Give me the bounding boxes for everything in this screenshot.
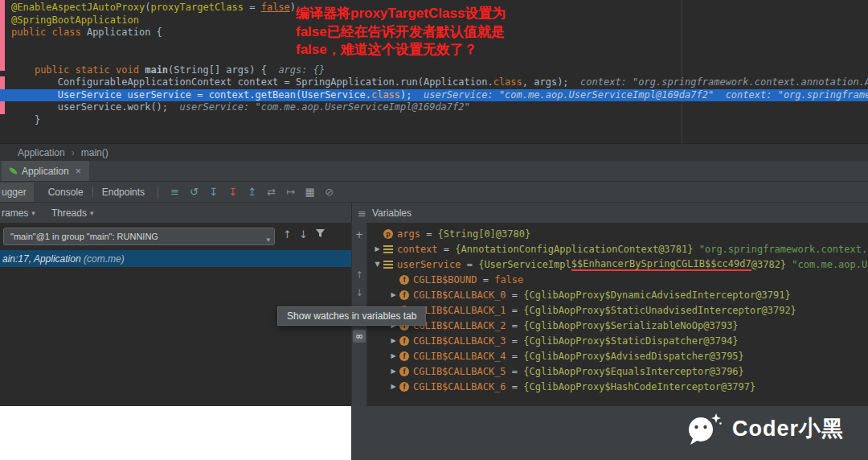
add-watch-icon[interactable]: + [353,228,366,241]
variable-value: = [506,366,524,377]
run-to-cursor-icon[interactable]: ↦ [282,186,299,198]
variable-value: {CglibAopProxy$HashCodeInterceptor@3797} [523,381,755,392]
tab-application[interactable]: Application × [2,161,89,181]
tab-divider [92,187,93,197]
variable-row[interactable]: fCGLIB$BOUND = false [368,272,868,287]
variable-name: CGLIB$CALLBACK_6 [413,381,506,392]
tab-label: Application [22,166,69,177]
menu-icon[interactable]: ≡ [358,207,366,220]
field-icon: f [399,382,409,392]
toolwindow-tab[interactable]: Console [43,187,88,198]
breadcrumb: Application›main() [0,143,868,161]
variable-row[interactable]: ▶context = {AnnotationConfigApplicationC… [368,241,868,257]
variable-value: = [506,320,524,331]
ide-window: @EnableAspectJAutoProxy(proxyTargetClass… [0,0,868,460]
toolbar-separator [158,186,158,199]
watermark-area: Coder小黑 [351,406,868,460]
toolwindow-tab[interactable]: Endpoints [97,187,149,198]
breadcrumb-item[interactable]: Application [18,147,65,158]
variable-name: args [397,228,420,240]
variable-name: CGLIB$CALLBACK_0 [413,290,506,301]
variable-row[interactable]: ▼userService = {UserServiceImpl$$Enhance… [368,257,868,272]
field-icon: f [399,336,409,346]
layout-menu-icon[interactable]: ≡ [166,186,183,198]
variable-row[interactable]: ▶fCGLIB$CALLBACK_3 = {CglibAopProxy$Stat… [368,333,868,348]
previous-frame-icon[interactable]: ↑ [283,228,292,240]
thread-selector-value: "main"@1 in group "main": RUNNING [10,232,158,241]
footer: Coder小黑 [0,406,868,460]
show-execution-point-icon[interactable]: ↺ [186,186,203,198]
expand-arrow-icon[interactable]: ▶ [387,368,399,375]
expand-arrow-icon[interactable]: ▶ [387,383,399,390]
variable-row[interactable]: ▶fCGLIB$CALLBACK_4 = {CglibAopProxy$Advi… [368,348,868,363]
navigate-down-icon[interactable]: ↓ [353,286,366,299]
variable-name: CGLIB$CALLBACK_4 [413,351,506,362]
variable-value: = [506,381,524,392]
variables-header: ≡ Variables [351,203,868,224]
tab-threads[interactable]: Threads ▾ [51,207,94,219]
variable-row[interactable]: ▶fCGLIB$CALLBACK_6 = {CglibAopProxy$Hash… [368,379,868,394]
tab-frames[interactable]: rames ▾ [2,207,35,219]
variable-value: = [506,351,524,362]
variables-list: pargs = {String[0]@3780}▶context = {Anno… [368,223,868,406]
show-watches-icon[interactable]: ∞ [353,330,366,343]
breadcrumb-separator: › [72,147,75,158]
breadcrumb-item[interactable]: main() [81,147,108,158]
expand-arrow-icon[interactable]: ▶ [387,352,399,359]
drop-frame-icon[interactable]: ⇄ [263,186,280,198]
variable-value: = [506,290,524,301]
expand-arrow-icon[interactable]: ▼ [371,261,383,268]
variable-value: {AnnotationConfigApplicationContext@3781… [455,244,698,255]
variable-row[interactable]: ▶fCGLIB$CALLBACK_2 = {CglibAopProxy$Seri… [368,318,868,333]
variable-row[interactable]: ▶fCGLIB$CALLBACK_0 = {CglibAopProxy$Dyna… [368,287,868,302]
thread-selector[interactable]: "main"@1 in group "main": RUNNING ▾ [3,228,275,245]
stack-frame-label: ain:17, Application [2,253,84,265]
code-line: public static void main(String[] args) {… [0,64,868,77]
field-icon: f [399,351,409,361]
frames-nav-arrows: ↑↓ [283,228,308,240]
variable-value: {CglibAopProxy$EqualsInterceptor@3796} [523,366,744,377]
variable-value: {CglibAopProxy$DynamicAdvisedInterceptor… [523,290,790,301]
variable-value: @3782} [751,259,792,270]
expand-arrow-icon[interactable]: ▶ [371,245,383,253]
code-line: UserService userService = context.getBea… [0,89,868,102]
tooltip: Show watches in variables tab [277,306,426,326]
view-breakpoints-icon[interactable]: ▦ [301,186,318,198]
variable-value: {CglibAopProxy$SerializableNoOp@3793} [523,320,738,331]
stack-frame-row[interactable]: ain:17, Application (com.me) [0,250,351,267]
toolwindow-tab[interactable]: ugger [0,183,34,202]
chevron-down-icon: ▾ [31,209,35,217]
step-into-icon[interactable]: ↧ [224,186,241,198]
field-icon: f [399,290,409,300]
variable-value: = [506,335,524,347]
code-line: userService.work(); userService: "com.me… [0,101,868,114]
parameter-icon: p [383,229,393,239]
mute-breakpoints-icon[interactable]: ⊘ [321,186,338,198]
variable-value: $$EnhancerBySpringCGLIB$$cc49d7 [571,258,751,271]
variable-row[interactable]: ▶fCGLIB$CALLBACK_1 = {CglibAopProxy$Stat… [368,302,868,318]
variable-row[interactable]: ▶fCGLIB$CALLBACK_5 = {CglibAopProxy$Equa… [368,363,868,379]
next-frame-icon[interactable]: ↓ [299,228,308,240]
code-editor[interactable]: @EnableAspectJAutoProxy(proxyTargetClass… [0,0,868,143]
filter-icon[interactable] [315,228,326,240]
code-line: ConfigurableApplicationContext context =… [0,76,868,89]
field-icon: f [399,367,409,376]
variable-name: CGLIB$BOUND [413,274,477,285]
debugger-tabs: uggerConsoleEndpoints [0,183,149,202]
expand-arrow-icon[interactable]: ▶ [387,291,399,298]
step-out-icon[interactable]: ↥ [244,186,260,198]
variable-value: {CglibAopProxy$StaticDispatcher@3794} [523,335,738,347]
variable-value: = [438,244,456,255]
stack-frame-package: (com.me) [84,253,125,265]
variable-name: userService [397,259,461,270]
expand-arrow-icon[interactable]: ▶ [387,337,399,344]
variable-row[interactable]: pargs = {String[0]@3780} [368,226,868,241]
annotation-note: 编译器将proxyTargetClass设置为false已经在告诉开发者默认值就… [296,5,506,60]
variable-value: = [461,259,478,270]
close-icon[interactable]: × [76,166,81,177]
navigate-up-icon[interactable]: ↑ [353,269,366,281]
chevron-down-icon: ▾ [266,232,270,245]
variable-value: = [420,228,438,240]
step-over-icon[interactable]: ↧ [205,186,222,198]
variable-value: = [477,274,494,285]
